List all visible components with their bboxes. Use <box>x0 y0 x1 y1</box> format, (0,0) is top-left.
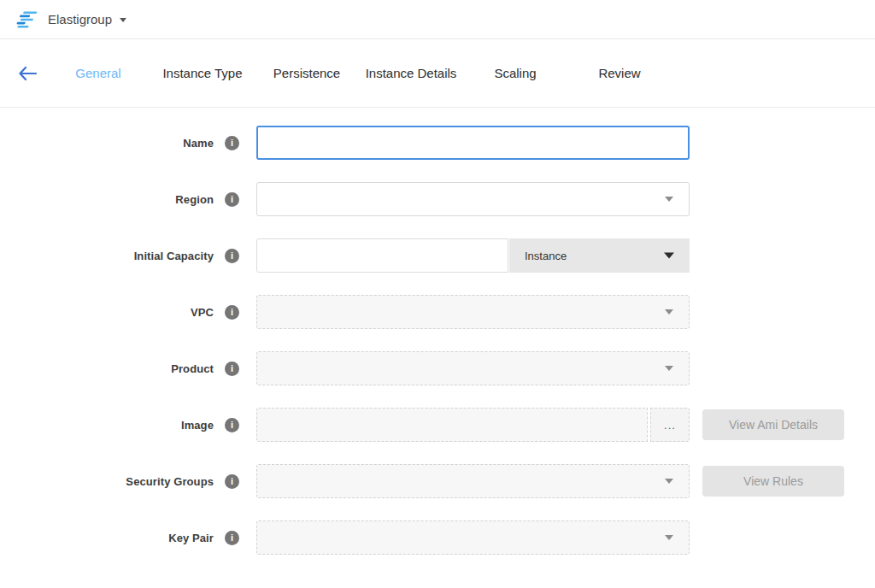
tab-list: General Instance Type Persistence Instan… <box>46 66 672 80</box>
image-label: Image <box>0 419 214 432</box>
key-pair-field-area <box>256 520 690 555</box>
region-label: Region <box>0 193 214 206</box>
name-label: Name <box>0 137 214 150</box>
ellipsis-icon: ... <box>664 419 676 432</box>
initial-capacity-input[interactable] <box>256 238 508 273</box>
tab-persistence[interactable]: Persistence <box>255 66 359 80</box>
chevron-down-icon <box>665 366 673 371</box>
security-groups-select[interactable] <box>256 464 690 498</box>
key-pair-select[interactable] <box>256 520 690 555</box>
tab-general[interactable]: General <box>46 66 150 80</box>
form-row-vpc: VPC i <box>0 295 875 329</box>
form-row-region: Region i <box>0 182 875 216</box>
chevron-down-icon <box>665 479 673 484</box>
product-select[interactable] <box>256 351 690 385</box>
tab-instance-type[interactable]: Instance Type <box>150 66 255 80</box>
view-rules-button[interactable]: View Rules <box>702 466 844 497</box>
tab-scaling[interactable]: Scaling <box>463 66 567 80</box>
capacity-unit-value: Instance <box>525 250 567 262</box>
product-label: Product <box>0 362 214 375</box>
form-row-key-pair: Key Pair i <box>0 520 875 555</box>
back-button[interactable] <box>18 65 38 82</box>
product-info-icon[interactable]: i <box>225 362 239 376</box>
image-field-area: ... <box>256 408 690 442</box>
security-groups-info-icon[interactable]: i <box>225 474 239 489</box>
form-row-name: Name i <box>0 126 875 160</box>
wizard-tab-bar: General Instance Type Persistence Instan… <box>0 39 875 108</box>
name-input[interactable] <box>256 126 690 160</box>
tab-review[interactable]: Review <box>567 66 672 80</box>
vpc-info-icon[interactable]: i <box>225 305 239 320</box>
initial-capacity-label: Initial Capacity <box>0 250 214 262</box>
security-groups-field-area <box>256 464 690 498</box>
region-info-icon[interactable]: i <box>225 192 239 207</box>
vpc-field-area <box>256 295 690 329</box>
elastigroup-logo-icon <box>15 10 38 29</box>
form-row-product: Product i <box>0 351 875 385</box>
chevron-down-icon <box>120 18 126 22</box>
info-glyph: i <box>231 532 233 543</box>
form-row-security-groups: Security Groups i View Rules <box>0 464 875 498</box>
back-arrow-icon <box>18 66 37 81</box>
image-browse-button[interactable]: ... <box>650 408 690 442</box>
chevron-down-icon <box>665 535 673 540</box>
key-pair-info-icon[interactable]: i <box>225 531 239 545</box>
info-glyph: i <box>231 307 233 317</box>
view-ami-details-button[interactable]: View Ami Details <box>702 409 844 440</box>
region-select[interactable] <box>256 182 690 216</box>
info-glyph: i <box>231 194 233 204</box>
vpc-select[interactable] <box>256 295 690 329</box>
region-field-area <box>256 182 690 216</box>
capacity-unit-select[interactable]: Instance <box>509 238 690 273</box>
info-glyph: i <box>231 138 233 148</box>
image-info-icon[interactable]: i <box>225 418 239 432</box>
info-glyph: i <box>231 420 233 430</box>
chevron-down-icon <box>664 253 674 259</box>
form-row-image: Image i ... View Ami Details <box>0 408 875 442</box>
key-pair-label: Key Pair <box>0 532 214 544</box>
info-glyph: i <box>231 476 233 486</box>
image-input[interactable] <box>256 408 648 442</box>
vpc-label: VPC <box>0 306 214 319</box>
chevron-down-icon <box>665 197 673 202</box>
name-info-icon[interactable]: i <box>225 136 239 150</box>
initial-capacity-info-icon[interactable]: i <box>225 249 239 263</box>
general-settings-form: Name i Region i Initial Capacity i Insta… <box>0 108 875 555</box>
app-title: Elastigroup <box>48 12 112 26</box>
tab-instance-details[interactable]: Instance Details <box>359 66 463 80</box>
security-groups-label: Security Groups <box>0 475 214 488</box>
chevron-down-icon <box>665 309 673 315</box>
top-app-bar: Elastigroup <box>0 0 875 39</box>
name-field-area <box>256 126 690 160</box>
form-row-initial-capacity: Initial Capacity i Instance <box>0 238 875 273</box>
initial-capacity-field-area: Instance <box>256 238 690 273</box>
info-glyph: i <box>231 250 233 261</box>
info-glyph: i <box>231 363 233 373</box>
product-field-area <box>256 351 690 385</box>
elastigroup-menu[interactable]: Elastigroup <box>15 10 126 29</box>
